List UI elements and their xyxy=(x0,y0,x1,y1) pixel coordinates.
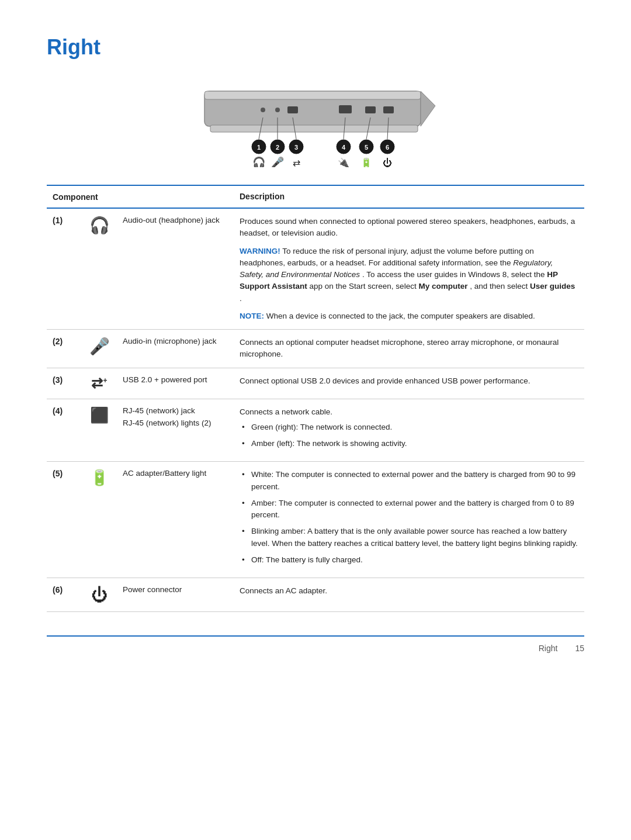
table-row: (5) 🔋 AC adapter/Battery light White: Th… xyxy=(47,462,584,578)
col-header-component: Component xyxy=(47,185,234,208)
footer-right: Right 15 xyxy=(539,644,584,653)
bullet-list-4: Green (right): The network is connected.… xyxy=(240,421,578,450)
row-name-5: AC adapter/Battery light xyxy=(117,462,234,578)
row-icon-4: ⬛ xyxy=(82,399,117,431)
page-footer: Right 15 xyxy=(47,635,584,653)
footer-label: Right xyxy=(539,644,558,653)
svg-text:4: 4 xyxy=(342,144,346,151)
svg-point-4 xyxy=(275,108,280,112)
page-title: Right xyxy=(47,35,584,60)
svg-rect-8 xyxy=(383,106,394,113)
svg-point-3 xyxy=(261,108,265,112)
list-item: Blinking amber: A battery that is the on… xyxy=(240,526,578,549)
table-row: (1) 🎧 Audio-out (headphone) jack Produce… xyxy=(47,208,584,330)
table-row: (4) ⬛ RJ-45 (network) jack RJ-45 (networ… xyxy=(47,399,584,462)
row-num-4: (4) xyxy=(47,399,82,462)
desc-text-2: Connects an optional computer headset mi… xyxy=(240,338,559,358)
row-name-6: Power connector xyxy=(117,578,234,612)
svg-rect-2 xyxy=(210,125,418,132)
headphone-icon: 🎧 xyxy=(89,216,110,235)
svg-text:🎤: 🎤 xyxy=(271,156,285,167)
note-block-1: NOTE: When a device is connected to the … xyxy=(240,310,578,322)
desc-text-3: Connect optional USB 2.0 devices and pro… xyxy=(240,376,531,385)
row-name-2: Audio-in (microphone) jack xyxy=(117,330,234,368)
footer-page-number: 15 xyxy=(575,644,584,653)
sub-name-row-4a: RJ-45 (network) jack xyxy=(123,406,228,415)
warning-text-4: , and then select xyxy=(470,282,530,291)
col-header-description: Description xyxy=(234,185,584,208)
battery-icon: 🔋 xyxy=(90,469,109,487)
row-num-5: (5) xyxy=(47,462,82,578)
row-icon-5: 🔋 xyxy=(82,462,117,494)
row-name-3: USB 2.0 + powered port xyxy=(117,368,234,399)
row-icon-6: ⏻ xyxy=(82,578,117,611)
row-desc-1: Produces sound when connected to optiona… xyxy=(234,208,584,330)
warning-text-1: To reduce the risk of personal injury, a… xyxy=(240,247,534,267)
note-label-1: NOTE: xyxy=(240,312,264,320)
table-row: (2) 🎤 Audio-in (microphone) jack Connect… xyxy=(47,330,584,368)
svg-rect-6 xyxy=(339,105,352,113)
row-desc-3: Connect optional USB 2.0 devices and pro… xyxy=(234,368,584,399)
network-icon: ⬛ xyxy=(90,406,109,424)
note-text-1: When a device is connected to the jack, … xyxy=(266,312,535,320)
mic-icon: 🎤 xyxy=(89,337,110,356)
row-desc-4: Connects a network cable. Green (right):… xyxy=(234,399,584,462)
row-icon-3: ⇄+ xyxy=(82,368,117,399)
list-item: White: The computer is connected to exte… xyxy=(240,469,578,493)
row-desc-6: Connects an AC adapter. xyxy=(234,578,584,612)
warning-text-3: app on the Start screen, select xyxy=(310,282,419,291)
svg-text:🔋: 🔋 xyxy=(360,157,372,167)
row-num-1: (1) xyxy=(47,208,82,330)
table-row: (3) ⇄+ USB 2.0 + powered port Connect op… xyxy=(47,368,584,399)
warning-bold-3: User guides xyxy=(530,282,575,291)
row-name-1: Audio-out (headphone) jack xyxy=(117,208,234,330)
list-item: Amber (left): The network is showing act… xyxy=(240,438,578,450)
warning-block-1: WARNING! To reduce the risk of personal … xyxy=(240,246,578,305)
svg-marker-9 xyxy=(421,91,435,126)
row-num-3: (3) xyxy=(47,368,82,399)
svg-text:2: 2 xyxy=(276,144,279,151)
warning-bold-2: My computer xyxy=(418,282,467,291)
row-num-2: (2) xyxy=(47,330,82,368)
row-desc-2: Connects an optional computer headset mi… xyxy=(234,330,584,368)
svg-rect-5 xyxy=(287,106,298,113)
usb-icon: ⇄+ xyxy=(91,375,107,392)
row-icon-2: 🎤 xyxy=(82,330,117,363)
row-desc-5: White: The computer is connected to exte… xyxy=(234,462,584,578)
svg-text:1: 1 xyxy=(257,144,261,151)
laptop-diagram: 1 2 3 4 5 6 🎧 🎤 ⇄ 🔌 🔋 ⏻ xyxy=(47,74,584,167)
row-name-4: RJ-45 (network) jack RJ-45 (network) lig… xyxy=(117,399,234,462)
svg-rect-7 xyxy=(365,106,376,113)
warning-label-1: WARNING! xyxy=(240,247,280,255)
svg-text:⇄: ⇄ xyxy=(293,158,300,167)
svg-text:🔌: 🔌 xyxy=(338,157,349,167)
list-item: Amber: The computer is connected to exte… xyxy=(240,497,578,521)
svg-text:6: 6 xyxy=(386,144,389,151)
svg-text:🎧: 🎧 xyxy=(252,156,266,167)
warning-text-5: . xyxy=(240,294,242,303)
svg-rect-1 xyxy=(204,91,421,99)
row-icon-1: 🎧 xyxy=(82,209,117,242)
warning-text-2: . To access the user guides in Windows 8… xyxy=(362,270,547,279)
desc-text-6: Connects an AC adapter. xyxy=(240,586,327,595)
svg-text:5: 5 xyxy=(365,144,368,151)
power-connector-icon: ⏻ xyxy=(91,585,108,604)
table-row: (6) ⏻ Power connector Connects an AC ada… xyxy=(47,578,584,612)
bullet-list-5: White: The computer is connected to exte… xyxy=(240,469,578,566)
component-table: Component Description (1) 🎧 Audio-out (h… xyxy=(47,185,584,612)
list-item: Off: The battery is fully charged. xyxy=(240,554,578,566)
desc-text-4a: Connects a network cable. xyxy=(240,406,578,418)
svg-text:3: 3 xyxy=(294,144,298,151)
desc-text-1: Produces sound when connected to optiona… xyxy=(240,217,575,237)
svg-text:⏻: ⏻ xyxy=(383,158,392,167)
list-item: Green (right): The network is connected. xyxy=(240,421,578,433)
sub-name-row-4b: RJ-45 (network) lights (2) xyxy=(123,419,228,427)
row-num-6: (6) xyxy=(47,578,82,612)
